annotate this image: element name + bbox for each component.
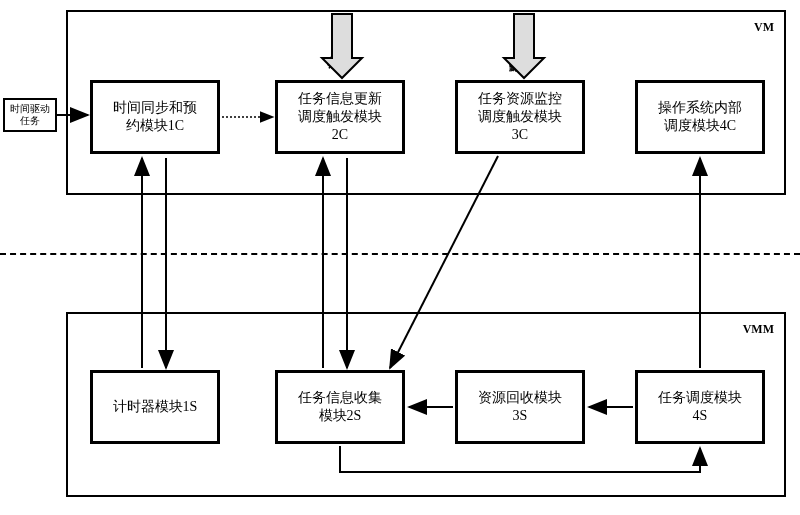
module-3s-label: 资源回收模块 3S — [478, 389, 562, 425]
external-time-driven-task: 时间驱动任务 — [3, 98, 57, 132]
top-label-event-driven: 事件驱动任务 — [324, 18, 341, 76]
module-3c: 任务资源监控 调度触发模块 3C — [455, 80, 585, 154]
top-label-task-deletion: 任务删除 — [506, 24, 523, 76]
module-4c: 操作系统内部 调度模块4C — [635, 80, 765, 154]
module-2c: 任务信息更新 调度触发模块 2C — [275, 80, 405, 154]
module-4c-label: 操作系统内部 调度模块4C — [658, 99, 742, 135]
module-3s: 资源回收模块 3S — [455, 370, 585, 444]
vm-vmm-divider — [0, 253, 800, 255]
module-1s: 计时器模块1S — [90, 370, 220, 444]
module-4s: 任务调度模块 4S — [635, 370, 765, 444]
module-2s-label: 任务信息收集 模块2S — [298, 389, 382, 425]
module-1s-label: 计时器模块1S — [113, 398, 198, 416]
module-4s-label: 任务调度模块 4S — [658, 389, 742, 425]
module-2c-label: 任务信息更新 调度触发模块 2C — [298, 90, 382, 145]
module-3c-label: 任务资源监控 调度触发模块 3C — [478, 90, 562, 145]
module-1c-label: 时间同步和预 约模块1C — [113, 99, 197, 135]
module-2s: 任务信息收集 模块2S — [275, 370, 405, 444]
external-label: 时间驱动任务 — [7, 103, 53, 127]
container-vm-label: VM — [754, 20, 774, 35]
container-vmm-label: VMM — [743, 322, 774, 337]
module-1c: 时间同步和预 约模块1C — [90, 80, 220, 154]
